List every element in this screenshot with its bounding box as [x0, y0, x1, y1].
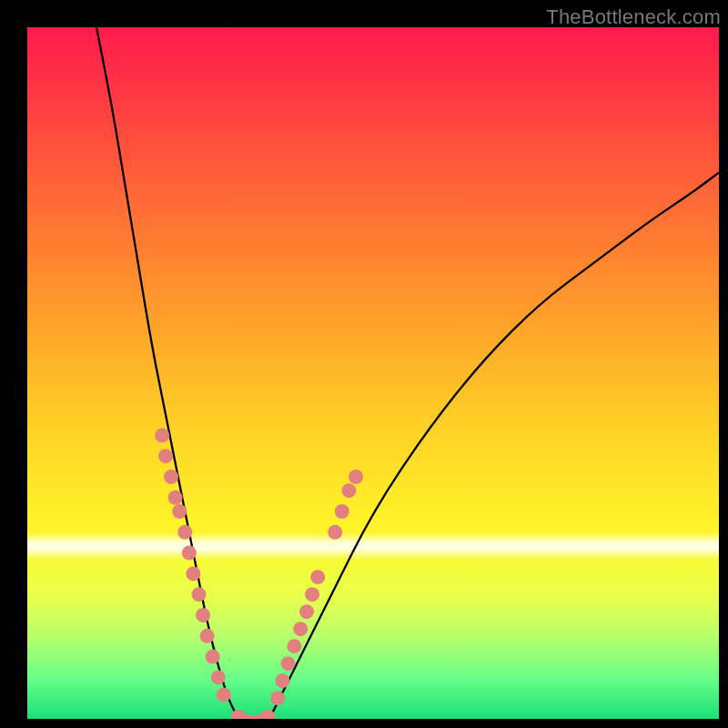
plot-area	[27, 27, 719, 719]
curve-layer	[27, 27, 719, 719]
data-point	[270, 691, 285, 705]
data-point	[206, 650, 220, 664]
data-point	[310, 570, 325, 584]
data-point	[196, 608, 210, 622]
data-point	[305, 587, 319, 602]
scatter-dots	[155, 428, 363, 719]
data-point	[217, 687, 231, 702]
data-point	[211, 670, 226, 684]
data-point	[341, 483, 356, 498]
data-point	[275, 673, 289, 688]
watermark-text: TheBottleneck.com	[546, 5, 721, 29]
data-point	[281, 656, 296, 671]
right-curve	[269, 173, 719, 719]
data-point	[200, 629, 215, 643]
data-point	[287, 639, 301, 653]
data-point	[182, 546, 197, 561]
data-point	[299, 604, 314, 619]
data-point	[328, 525, 342, 540]
data-point	[164, 470, 178, 484]
data-point	[349, 470, 363, 484]
left-curve	[96, 27, 238, 719]
data-point	[168, 490, 183, 505]
data-point	[191, 587, 206, 602]
data-point	[293, 622, 308, 636]
data-point	[335, 504, 349, 519]
data-point	[155, 428, 169, 442]
data-point	[186, 566, 200, 581]
chart-frame: TheBottleneck.com	[0, 0, 728, 728]
data-point	[177, 525, 192, 540]
data-point	[172, 504, 187, 519]
data-point	[158, 449, 173, 463]
